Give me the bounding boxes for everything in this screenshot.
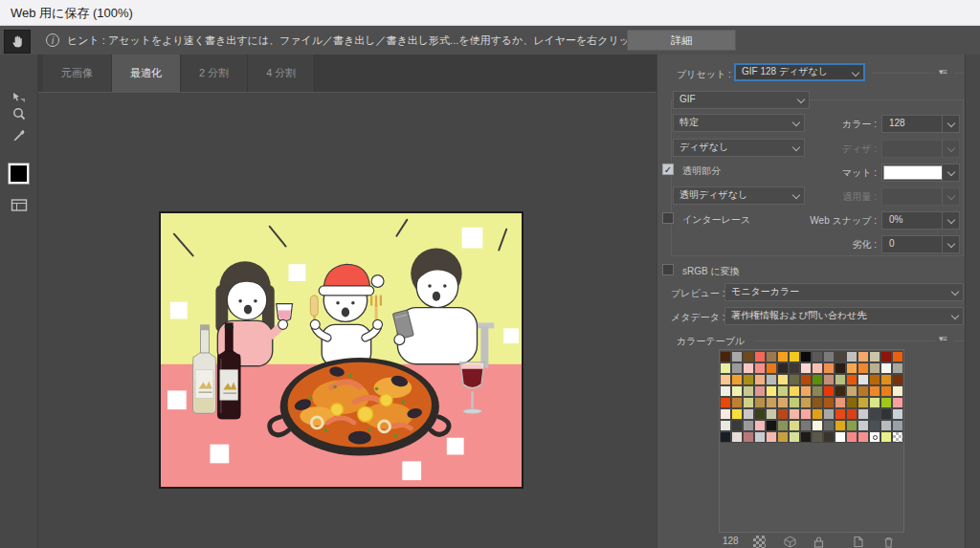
color-swatch-40[interactable] (812, 374, 823, 385)
color-swatch-108[interactable] (858, 420, 869, 431)
color-swatch-93[interactable] (869, 408, 880, 420)
color-swatch-112[interactable] (720, 431, 731, 443)
color-swatch-70[interactable] (789, 397, 800, 408)
matte-field[interactable] (881, 164, 960, 182)
color-swatch-102[interactable] (789, 420, 800, 431)
preview-image[interactable] (159, 211, 523, 489)
color-swatch-60[interactable] (858, 385, 869, 397)
interlaced-checkbox[interactable] (662, 212, 674, 224)
color-swatch-104[interactable] (812, 420, 823, 431)
preset-panel-menu-icon[interactable]: ▾≡ (939, 67, 947, 77)
lock-color-icon[interactable] (813, 536, 825, 548)
color-swatch-125[interactable] (869, 431, 880, 443)
color-swatch-121[interactable] (823, 431, 835, 443)
color-swatch-54[interactable] (789, 385, 800, 397)
details-button[interactable]: 詳細 (627, 30, 736, 51)
color-swatch-77[interactable] (869, 397, 880, 408)
color-swatch-110[interactable] (880, 420, 892, 431)
color-swatch-119[interactable] (800, 431, 812, 443)
color-swatch-0[interactable] (720, 351, 731, 362)
color-swatch-94[interactable] (880, 408, 892, 420)
color-swatch-118[interactable] (789, 431, 800, 443)
color-swatch-56[interactable] (812, 385, 823, 397)
metadata-select[interactable]: 著作権情報および問い合わせ先 (724, 307, 964, 325)
color-swatch-81[interactable] (731, 408, 743, 420)
tab-0[interactable]: 元画像 (43, 55, 112, 92)
color-swatch-123[interactable] (846, 431, 858, 443)
color-table-menu-icon[interactable]: ▾≡ (939, 334, 947, 343)
delete-color-icon[interactable] (882, 536, 895, 548)
color-swatch-67[interactable] (754, 397, 766, 408)
color-swatch-16[interactable] (720, 362, 731, 374)
color-swatch-92[interactable] (858, 408, 869, 420)
color-swatch-25[interactable] (823, 362, 835, 374)
color-swatch-114[interactable] (743, 431, 754, 443)
color-swatch-12[interactable] (858, 351, 869, 362)
color-swatch-66[interactable] (743, 397, 754, 408)
color-swatch-78[interactable] (880, 397, 892, 408)
color-swatch-113[interactable] (731, 431, 743, 443)
color-swatch-29[interactable] (869, 362, 880, 374)
tab-2[interactable]: 2 分割 (181, 55, 248, 92)
color-swatch-13[interactable] (869, 351, 880, 362)
color-swatch-122[interactable] (835, 431, 846, 443)
color-swatch-36[interactable] (766, 374, 777, 385)
color-swatch-89[interactable] (823, 408, 835, 420)
color-swatch-11[interactable] (846, 351, 858, 362)
color-swatch-71[interactable] (800, 397, 812, 408)
color-swatch-51[interactable] (754, 385, 766, 397)
color-swatch-39[interactable] (800, 374, 812, 385)
color-swatch-8[interactable] (812, 351, 823, 362)
color-swatch-127[interactable] (892, 431, 903, 443)
color-swatch-99[interactable] (754, 420, 766, 431)
color-swatch-26[interactable] (835, 362, 846, 374)
color-swatch-57[interactable] (823, 385, 835, 397)
color-swatch-50[interactable] (743, 385, 754, 397)
srgb-checkbox[interactable] (662, 264, 674, 275)
color-swatch-73[interactable] (823, 397, 835, 408)
color-swatch-44[interactable] (858, 374, 869, 385)
color-swatch-117[interactable] (777, 431, 789, 443)
color-swatch-80[interactable] (720, 408, 731, 420)
color-swatch-42[interactable] (835, 374, 846, 385)
color-swatch-106[interactable] (835, 420, 846, 431)
color-swatch-24[interactable] (812, 362, 823, 374)
color-swatch-79[interactable] (892, 397, 903, 408)
color-swatch-20[interactable] (766, 362, 777, 374)
color-swatch-96[interactable] (720, 420, 731, 431)
eyedropper-color-swatch[interactable] (8, 163, 30, 185)
color-swatch-101[interactable] (777, 420, 789, 431)
color-swatch-90[interactable] (835, 408, 846, 420)
web-snap-field[interactable]: 0% (881, 211, 960, 230)
color-swatch-124[interactable] (858, 431, 869, 443)
color-swatch-18[interactable] (743, 362, 754, 374)
lossy-field[interactable]: 0 (881, 235, 960, 253)
color-swatch-47[interactable] (892, 374, 903, 385)
tab-1[interactable]: 最適化 (112, 55, 181, 92)
window-titlebar[interactable]: Web 用に保存 (100%) (0, 0, 980, 26)
color-swatch-28[interactable] (858, 362, 869, 374)
eyedropper-tool[interactable] (7, 127, 32, 144)
preset-select[interactable]: GIF 128 ディザなし (734, 63, 865, 81)
color-swatch-38[interactable] (789, 374, 800, 385)
tab-3[interactable]: 4 分割 (248, 55, 315, 92)
color-swatch-4[interactable] (766, 351, 777, 362)
transparency-checkbox[interactable]: ✓ (662, 164, 674, 175)
color-swatch-17[interactable] (731, 362, 743, 374)
color-swatch-22[interactable] (789, 362, 800, 374)
color-swatch-31[interactable] (892, 362, 903, 374)
color-swatch-100[interactable] (766, 420, 777, 431)
color-swatch-59[interactable] (846, 385, 858, 397)
color-swatch-33[interactable] (731, 374, 743, 385)
color-swatch-88[interactable] (812, 408, 823, 420)
color-swatch-61[interactable] (869, 385, 880, 397)
hand-tool[interactable] (4, 30, 31, 54)
preview-select[interactable]: モニターカラー (724, 283, 964, 301)
color-swatch-76[interactable] (858, 397, 869, 408)
color-swatch-23[interactable] (800, 362, 812, 374)
color-swatch-65[interactable] (731, 397, 743, 408)
color-swatch-45[interactable] (869, 374, 880, 385)
color-swatch-10[interactable] (835, 351, 846, 362)
color-swatch-75[interactable] (846, 397, 858, 408)
color-swatch-91[interactable] (846, 408, 858, 420)
